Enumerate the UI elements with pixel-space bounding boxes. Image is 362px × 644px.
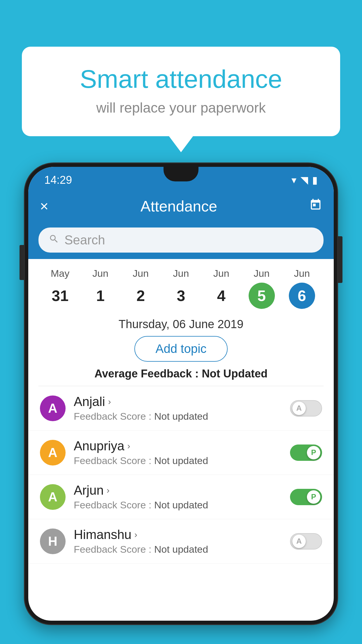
cal-month: May — [51, 268, 69, 279]
cal-day[interactable]: 5 — [249, 283, 275, 309]
student-info: Himanshu ›Feedback Score : Not updated — [74, 527, 282, 555]
chevron-right-icon: › — [108, 397, 111, 407]
cal-day[interactable]: 1 — [87, 283, 113, 309]
phone-notch — [164, 167, 198, 181]
student-row[interactable]: HHimanshu ›Feedback Score : Not updatedA — [28, 519, 334, 564]
cal-day[interactable]: 6 — [289, 283, 315, 309]
scroll-content: May31Jun1Jun2Jun3Jun4Jun5Jun6 Thursday, … — [28, 259, 334, 621]
student-row[interactable]: AArjun ›Feedback Score : Not updatedP — [28, 475, 334, 519]
cal-day[interactable]: 31 — [47, 283, 73, 309]
student-name: Anjali › — [74, 394, 282, 409]
attendance-toggle[interactable]: A — [290, 533, 322, 550]
app-bar: × Attendance — [28, 190, 334, 222]
student-name: Anupriya › — [74, 439, 282, 453]
search-bar-container: Search — [28, 222, 334, 259]
avatar: A — [40, 396, 66, 421]
cal-day[interactable]: 4 — [208, 283, 234, 309]
cal-month: Jun — [213, 268, 229, 279]
avatar: A — [40, 440, 66, 466]
phone-outer: 14:29 ▾ ◥ ▮ × Attendance — [25, 163, 337, 624]
avg-feedback: Average Feedback : Not Updated — [28, 368, 334, 386]
student-row[interactable]: AAnjali ›Feedback Score : Not updatedA — [28, 386, 334, 430]
student-info: Anjali ›Feedback Score : Not updated — [74, 394, 282, 422]
cal-item-6[interactable]: Jun6 — [282, 268, 322, 309]
app-bar-title: Attendance — [140, 197, 217, 215]
student-row[interactable]: AAnupriya ›Feedback Score : Not updatedP — [28, 430, 334, 475]
cal-item-2[interactable]: Jun2 — [121, 268, 161, 309]
toggle-knob: P — [307, 446, 320, 459]
feedback-value: Not updated — [154, 544, 208, 555]
add-topic-button[interactable]: Add topic — [134, 336, 227, 362]
feedback-value: Not updated — [154, 411, 208, 422]
student-info: Arjun ›Feedback Score : Not updated — [74, 483, 282, 511]
phone-screen: × Attendance — [28, 190, 334, 621]
feedback-value: Not updated — [154, 499, 208, 510]
close-button[interactable]: × — [40, 198, 48, 215]
cal-day[interactable]: 2 — [128, 283, 154, 309]
feedback-score: Feedback Score : Not updated — [74, 544, 282, 555]
feedback-score: Feedback Score : Not updated — [74, 455, 282, 466]
calendar-icon[interactable] — [309, 198, 322, 214]
toggle-track: A — [290, 400, 322, 416]
toggle-track: P — [290, 489, 322, 505]
toggle-knob: A — [292, 402, 306, 415]
cal-item-1[interactable]: Jun1 — [80, 268, 120, 309]
cal-item-4[interactable]: Jun4 — [201, 268, 241, 309]
cal-month: Jun — [92, 268, 108, 279]
search-bar[interactable]: Search — [38, 228, 324, 253]
cal-item-0[interactable]: May31 — [40, 268, 80, 309]
attendance-toggle[interactable]: A — [290, 400, 322, 416]
avg-feedback-label: Average Feedback : — [94, 368, 202, 380]
chevron-right-icon: › — [107, 485, 110, 495]
speech-bubble-section: Smart attendance will replace your paper… — [22, 47, 340, 136]
cal-month: Jun — [173, 268, 189, 279]
avatar: A — [40, 484, 66, 510]
status-icons: ▾ ◥ ▮ — [291, 174, 318, 186]
attendance-toggle[interactable]: P — [290, 444, 322, 461]
battery-icon: ▮ — [312, 174, 318, 186]
avg-feedback-value: Not Updated — [202, 368, 268, 380]
cal-item-3[interactable]: Jun3 — [161, 268, 201, 309]
signal-icon: ◥ — [301, 174, 308, 186]
search-icon — [49, 234, 59, 247]
cal-month: Jun — [294, 268, 310, 279]
speech-bubble: Smart attendance will replace your paper… — [22, 47, 340, 136]
cal-month: Jun — [133, 268, 149, 279]
feedback-score: Feedback Score : Not updated — [74, 411, 282, 422]
feedback-score: Feedback Score : Not updated — [74, 499, 282, 511]
avatar: H — [40, 528, 66, 554]
cal-item-5[interactable]: Jun5 — [241, 268, 282, 309]
status-time: 14:29 — [44, 174, 72, 186]
students-list: AAnjali ›Feedback Score : Not updatedAAA… — [28, 386, 334, 564]
student-info: Anupriya ›Feedback Score : Not updated — [74, 439, 282, 466]
phone-container: 14:29 ▾ ◥ ▮ × Attendance — [25, 163, 337, 644]
chevron-right-icon: › — [127, 441, 130, 451]
toggle-track: A — [290, 533, 322, 550]
attendance-toggle[interactable]: P — [290, 489, 322, 505]
search-placeholder: Search — [64, 233, 105, 247]
cal-month: Jun — [254, 268, 270, 279]
student-name: Himanshu › — [74, 527, 282, 542]
toggle-knob: P — [307, 490, 320, 504]
chevron-right-icon: › — [134, 530, 137, 540]
toggle-knob: A — [292, 535, 306, 548]
student-name: Arjun › — [74, 483, 282, 498]
bubble-title: Smart attendance — [45, 64, 317, 94]
selected-date-label: Thursday, 06 June 2019 — [28, 312, 334, 336]
phone-inner: 14:29 ▾ ◥ ▮ × Attendance — [28, 167, 334, 621]
feedback-value: Not updated — [154, 455, 208, 466]
cal-day[interactable]: 3 — [168, 283, 194, 309]
calendar-row: May31Jun1Jun2Jun3Jun4Jun5Jun6 — [28, 259, 334, 312]
bubble-subtitle: will replace your paperwork — [45, 100, 317, 116]
toggle-track: P — [290, 444, 322, 461]
wifi-icon: ▾ — [291, 174, 296, 186]
